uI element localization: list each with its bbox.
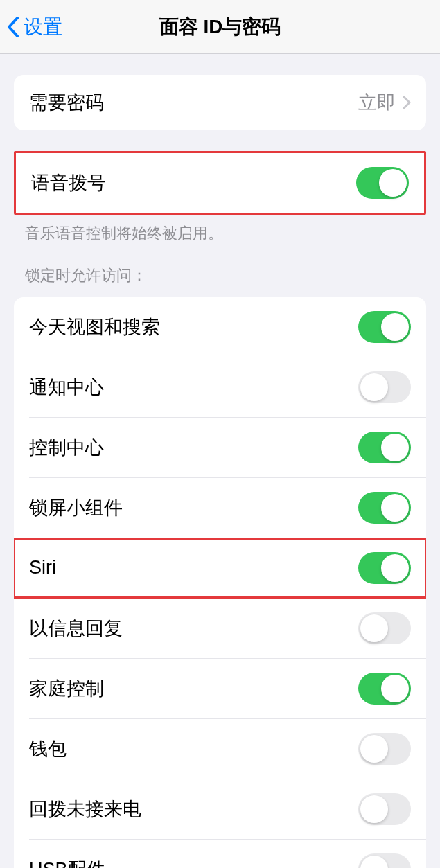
voice-dial-toggle[interactable] — [356, 167, 409, 199]
lock-access-toggle[interactable] — [358, 552, 411, 584]
voice-dial-label: 语音拨号 — [31, 170, 106, 195]
toggle-knob — [360, 614, 388, 642]
require-passcode-label: 需要密码 — [29, 90, 104, 115]
toggle-knob — [381, 675, 409, 702]
require-passcode-value: 立即 — [358, 90, 396, 115]
lock-access-label: 以信息回复 — [29, 616, 123, 641]
lock-access-toggle[interactable] — [358, 733, 411, 765]
voice-dial-footer: 音乐语音控制将始终被启用。 — [0, 215, 440, 245]
lock-access-toggle[interactable] — [358, 492, 411, 524]
lock-access-row: 锁屏小组件 — [14, 478, 426, 538]
lock-access-row: 通知中心 — [14, 357, 426, 417]
lock-access-row: 家庭控制 — [14, 659, 426, 718]
lock-access-label: 锁屏小组件 — [29, 495, 123, 520]
toggle-knob — [381, 494, 409, 522]
lock-access-toggle[interactable] — [358, 793, 411, 825]
lock-access-toggle[interactable] — [358, 673, 411, 705]
back-button[interactable]: 设置 — [0, 14, 62, 40]
page-title: 面容 ID与密码 — [159, 14, 281, 40]
lock-access-row: 以信息回复 — [14, 599, 426, 658]
require-passcode-value-wrap: 立即 — [358, 90, 411, 115]
lock-access-toggle[interactable] — [358, 432, 411, 463]
toggle-knob — [360, 856, 388, 868]
lock-access-label: 控制中心 — [29, 435, 104, 460]
voice-dial-section: 语音拨号 — [14, 151, 426, 215]
chevron-right-icon — [403, 96, 411, 109]
lock-access-toggle[interactable] — [358, 311, 411, 343]
toggle-knob — [381, 313, 409, 341]
lock-access-label: 钱包 — [29, 736, 67, 761]
lock-access-toggle[interactable] — [358, 853, 411, 868]
lock-access-toggle[interactable] — [358, 612, 411, 644]
toggle-knob — [360, 795, 388, 823]
lock-access-label: 通知中心 — [29, 375, 104, 400]
lock-access-label: 今天视图和搜索 — [29, 315, 160, 339]
lock-access-row: Siri — [14, 538, 426, 598]
lock-access-row: 今天视图和搜索 — [14, 297, 426, 357]
navigation-bar: 设置 面容 ID与密码 — [0, 0, 440, 54]
lock-access-row: 钱包 — [14, 719, 426, 779]
require-passcode-row[interactable]: 需要密码 立即 — [14, 75, 426, 130]
lock-access-row: 回拨未接来电 — [14, 779, 426, 839]
lock-access-section: 今天视图和搜索通知中心控制中心锁屏小组件Siri以信息回复家庭控制钱包回拨未接来… — [14, 297, 426, 868]
lock-access-toggle[interactable] — [358, 371, 411, 403]
voice-dial-row: 语音拨号 — [16, 153, 424, 213]
chevron-left-icon — [7, 17, 19, 37]
lock-access-label: Siri — [29, 557, 56, 578]
back-label: 设置 — [24, 14, 62, 40]
lock-access-row: 控制中心 — [14, 418, 426, 477]
toggle-knob — [360, 735, 388, 763]
toggle-knob — [379, 169, 407, 197]
lock-access-label: USB配件 — [29, 857, 105, 868]
lock-access-label: 家庭控制 — [29, 676, 104, 701]
toggle-knob — [381, 434, 409, 461]
lock-access-label: 回拨未接来电 — [29, 797, 141, 822]
toggle-knob — [360, 373, 388, 401]
lock-access-header: 锁定时允许访问： — [0, 245, 440, 292]
toggle-knob — [381, 554, 409, 582]
require-passcode-section: 需要密码 立即 — [14, 75, 426, 130]
lock-access-row: USB配件 — [14, 840, 426, 868]
